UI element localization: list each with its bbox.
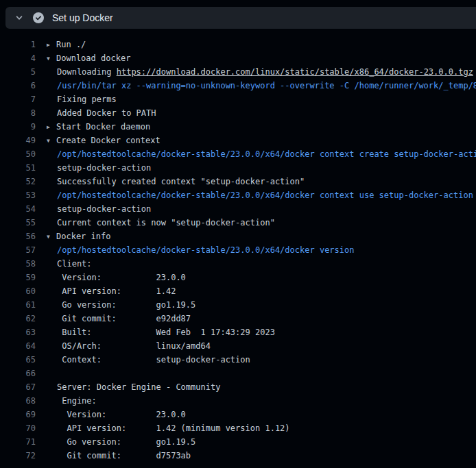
line-number[interactable]: 61 [0, 298, 36, 312]
line-number[interactable]: 55 [0, 216, 36, 230]
line-number[interactable]: 60 [0, 284, 36, 298]
line-number[interactable]: 1 [0, 38, 36, 51]
line-number[interactable]: 6 [0, 79, 36, 93]
log-line: 71 Go version: go1.19.5 [0, 435, 476, 449]
line-number[interactable]: 56 [0, 230, 36, 243]
line-content: Engine: [36, 394, 476, 408]
log-line: 63 Built: Wed Feb 1 17:43:29 2023 [0, 325, 476, 339]
log-line: 69 Version: 23.0.0 [0, 408, 476, 421]
log-text: Go version: go1.19.5 [57, 437, 195, 447]
line-content: Downloading https://download.docker.com/… [36, 65, 476, 79]
line-number[interactable]: 64 [0, 339, 36, 353]
line-content: Context: setup-docker-action [36, 353, 476, 367]
line-content: Git commit: e92dd87 [36, 312, 476, 325]
line-number[interactable]: 9 [0, 120, 36, 134]
log-line: 8Added Docker to PATH [0, 106, 476, 120]
line-number[interactable]: 65 [0, 353, 36, 367]
log-text: setup-docker-action [57, 163, 151, 173]
line-content: Go version: go1.19.5 [36, 298, 476, 312]
triangle-collapsed-icon[interactable]: ▶ [47, 38, 56, 51]
log-text: Run ./ [56, 40, 86, 49]
line-number[interactable]: 49 [0, 134, 36, 147]
log-line: 66 [0, 367, 476, 380]
chevron-down-icon[interactable] [11, 10, 27, 26]
log-text: Git commit: d7573ab [57, 451, 191, 460]
line-number[interactable]: 57 [0, 243, 36, 257]
log-line: 51setup-docker-action [0, 161, 476, 175]
log-line: 67Server: Docker Engine - Community [0, 380, 476, 394]
group-header[interactable]: ▼Docker info [36, 230, 476, 243]
check-circle-icon [33, 12, 44, 23]
log-line: 65 Context: setup-docker-action [0, 353, 476, 367]
line-content: setup-docker-action [36, 161, 476, 175]
line-number[interactable]: 8 [0, 106, 36, 120]
group-header[interactable]: ▶Run ./ [36, 38, 476, 51]
line-number[interactable]: 59 [0, 271, 36, 284]
group-header[interactable]: ▼Create Docker context [36, 134, 476, 147]
line-number[interactable]: 66 [0, 367, 36, 380]
log-line: 61 Go version: go1.19.5 [0, 298, 476, 312]
triangle-expanded-icon[interactable]: ▼ [47, 134, 56, 147]
log-line: 70 API version: 1.42 (minimum version 1.… [0, 421, 476, 435]
log-line: 50/opt/hostedtoolcache/docker-stable/23.… [0, 147, 476, 161]
line-number[interactable]: 53 [0, 188, 36, 202]
log-text: API version: 1.42 (minimum version 1.12) [57, 423, 290, 433]
line-number[interactable]: 71 [0, 435, 36, 449]
line-content: /usr/bin/tar xz --warning=no-unknown-key… [36, 79, 476, 93]
line-content: /opt/hostedtoolcache/docker-stable/23.0.… [36, 147, 476, 161]
line-content [36, 367, 476, 380]
log: 1▶Run ./4▼Download docker5Downloading ht… [0, 29, 476, 463]
log-line: 1▶Run ./ [0, 38, 476, 51]
log-text: OS/Arch: linux/amd64 [57, 341, 211, 351]
log-text: Built: Wed Feb 1 17:43:29 2023 [57, 328, 275, 337]
log-text: Current context is now "setup-docker-act… [57, 218, 275, 227]
triangle-expanded-icon[interactable]: ▼ [47, 230, 56, 243]
line-number[interactable]: 51 [0, 161, 36, 175]
log-line: 9▶Start Docker daemon [0, 120, 476, 134]
log-line: 68 Engine: [0, 394, 476, 408]
line-number[interactable]: 63 [0, 325, 36, 339]
line-number[interactable]: 62 [0, 312, 36, 325]
log-text: Git commit: e92dd87 [57, 314, 191, 323]
log-line: 4▼Download docker [0, 51, 476, 65]
log-line: 6/usr/bin/tar xz --warning=no-unknown-ke… [0, 79, 476, 93]
line-number[interactable]: 72 [0, 449, 36, 463]
step-title: Set up Docker [52, 12, 113, 23]
line-number[interactable]: 7 [0, 93, 36, 106]
line-number[interactable]: 52 [0, 175, 36, 188]
line-content: OS/Arch: linux/amd64 [36, 339, 476, 353]
log-line: 54setup-docker-action [0, 202, 476, 216]
line-content: API version: 1.42 [36, 284, 476, 298]
log-line: 57/opt/hostedtoolcache/docker-stable/23.… [0, 243, 476, 257]
log-link[interactable]: https://download.docker.com/linux/static… [117, 67, 473, 77]
log-text: Context: setup-docker-action [57, 355, 250, 365]
line-number[interactable]: 50 [0, 147, 36, 161]
line-number[interactable]: 68 [0, 394, 36, 408]
line-number[interactable]: 54 [0, 202, 36, 216]
log-text: Start Docker daemon [56, 122, 150, 132]
log-text: Added Docker to PATH [57, 108, 156, 118]
log-line: 55Current context is now "setup-docker-a… [0, 216, 476, 230]
log-text: Version: 23.0.0 [57, 410, 186, 419]
line-number[interactable]: 69 [0, 408, 36, 421]
group-header[interactable]: ▶Start Docker daemon [36, 120, 476, 134]
line-content: API version: 1.42 (minimum version 1.12) [36, 421, 476, 435]
log-line: 72 Git commit: d7573ab [0, 449, 476, 463]
line-number[interactable]: 70 [0, 421, 36, 435]
log-text: Docker info [56, 232, 110, 241]
triangle-collapsed-icon[interactable]: ▶ [47, 121, 56, 134]
line-content: Go version: go1.19.5 [36, 435, 476, 449]
log-line: 52Successfully created context "setup-do… [0, 175, 476, 188]
step-header[interactable]: Set up Docker [5, 7, 476, 29]
log-line: 49▼Create Docker context [0, 134, 476, 147]
line-number[interactable]: 58 [0, 257, 36, 271]
line-content: Server: Docker Engine - Community [36, 380, 476, 394]
line-content: /opt/hostedtoolcache/docker-stable/23.0.… [36, 188, 476, 202]
line-number[interactable]: 67 [0, 380, 36, 394]
triangle-expanded-icon[interactable]: ▼ [47, 52, 56, 65]
line-content: Successfully created context "setup-dock… [36, 175, 476, 188]
line-number[interactable]: 5 [0, 65, 36, 79]
group-header[interactable]: ▼Download docker [36, 51, 476, 65]
line-number[interactable]: 4 [0, 51, 36, 65]
log-line: 58Client: [0, 257, 476, 271]
